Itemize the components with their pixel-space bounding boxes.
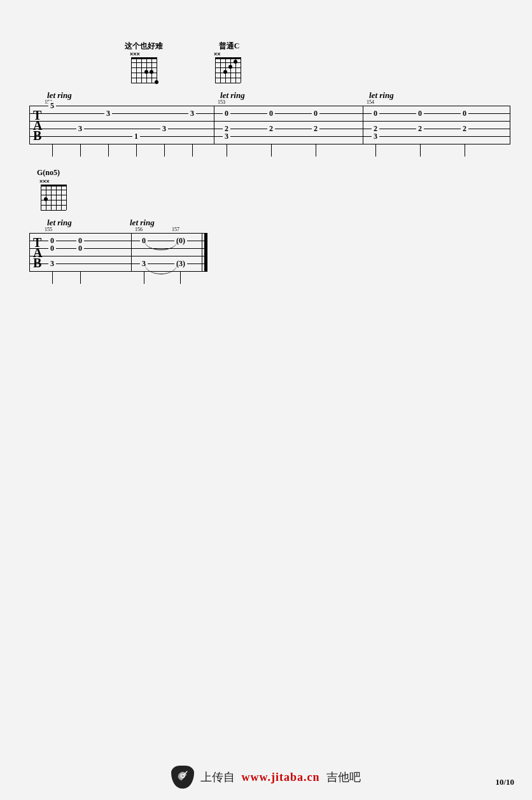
staff-2: T A B 155 0 0 3 0 0 156 0 3 157 (0) (3) [29, 233, 207, 277]
tab-note: 0 [372, 109, 379, 118]
staff-1: T A B 152 5 3 3 1 3 3 153 0 2 3 0 2 0 2 … [29, 106, 510, 150]
tab-note: 5 [48, 101, 56, 111]
tab-note: 3 [372, 132, 379, 141]
let-ring-label: let ring [130, 218, 155, 228]
tab-label-b: B [33, 131, 41, 140]
tie [145, 242, 177, 250]
tab-note: 0 [312, 109, 319, 118]
chord-diagram: ××× [41, 178, 66, 210]
tab-note: 0 [48, 244, 56, 253]
guitar-pick-icon [171, 766, 194, 789]
tab-note: 1 [132, 132, 140, 141]
chord-diagram: ×× [215, 51, 241, 83]
tie [145, 265, 177, 274]
tab-note: 3 [104, 109, 112, 118]
footer-site-name: 吉他吧 [326, 769, 361, 785]
page-number: 10/10 [495, 777, 514, 787]
chord-name: G(no5) [37, 168, 75, 178]
footer-url: www.jitaba.cn [241, 771, 319, 784]
tab-note: 0 [461, 109, 468, 118]
bar-number: 157 [172, 227, 179, 232]
chord-name: 这个也好难 [118, 41, 169, 52]
let-ring-label: let ring [220, 90, 245, 101]
page: T A B 152 5 3 3 1 3 3 153 0 2 3 0 2 0 2 … [0, 0, 532, 800]
footer-upload-label: 上传自 [200, 769, 235, 785]
footer: 上传自 www.jitaba.cn 吉他吧 [0, 766, 532, 789]
tab-note: 3 [160, 124, 168, 134]
tab-note: 2 [416, 124, 424, 134]
tab-note: 3 [188, 109, 196, 118]
tab-note: (0) [174, 236, 187, 246]
tab-note: 2 [267, 124, 275, 134]
tab-note: 0 [223, 109, 230, 118]
tab-note: 3 [223, 132, 230, 141]
let-ring-label: let ring [47, 218, 72, 228]
tab-note: 0 [267, 109, 275, 118]
tab-note: 2 [461, 124, 468, 134]
chord-diagram: ××× [131, 51, 157, 83]
tab-note: 3 [48, 259, 56, 269]
let-ring-label: let ring [47, 90, 72, 101]
let-ring-label: let ring [369, 90, 394, 101]
tab-label-b: B [33, 258, 41, 267]
tab-note: 0 [416, 109, 424, 118]
tab-note: 0 [76, 244, 84, 253]
tab-note: 2 [312, 124, 319, 134]
tab-note: 3 [76, 124, 84, 134]
chord-name: 普通C [210, 41, 248, 52]
